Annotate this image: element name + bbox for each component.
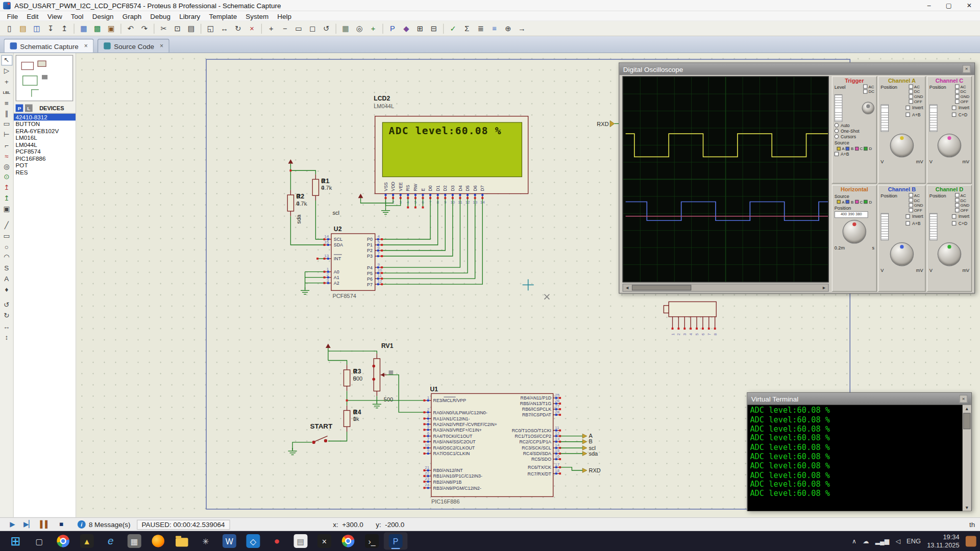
toolbar-bill-of-materials-icon[interactable]: ≣ [474, 22, 486, 34]
scroll-left-icon[interactable]: ◄ [623, 286, 631, 290]
menu-library[interactable]: Library [175, 12, 205, 20]
channel_c-position-scale[interactable] [929, 104, 938, 132]
trigger-level-knob[interactable] [862, 102, 874, 114]
taskbar-x-app[interactable]: × [312, 532, 336, 549]
taskbar-firefox[interactable] [146, 532, 170, 549]
toolbar-3d-visualizer-icon[interactable]: ▣ [105, 22, 117, 34]
tool-buses-mode[interactable]: ∥ [1, 108, 12, 119]
tool-terminals-mode[interactable]: ⊢ [1, 129, 12, 140]
channel_d-gain-knob[interactable] [938, 242, 962, 266]
channel_c-gnd-checkbox[interactable] [954, 94, 959, 99]
taskbar-notepad[interactable]: ▤ [289, 532, 313, 549]
channel_b-sum-checkbox[interactable] [906, 221, 911, 226]
terminal-titlebar[interactable]: Virtual Terminal × [747, 393, 971, 405]
toolbar-zoom-out-icon[interactable]: − [279, 22, 291, 34]
tool-subcircuit-mode[interactable]: ▭ [1, 119, 12, 130]
stop-button[interactable]: ■ [54, 520, 68, 529]
tool-2d-symbol-mode[interactable]: ♦ [1, 284, 12, 294]
channel_b-position-scale[interactable] [880, 213, 889, 240]
taskbar-terminal-app[interactable]: ›_ [360, 532, 384, 549]
trigger-one-shot-radio[interactable] [835, 129, 839, 133]
toolbar-cut-icon[interactable]: ✂ [158, 22, 170, 34]
toolbar-erc-check-icon[interactable]: ✓ [447, 22, 459, 34]
channel_d-sum-checkbox[interactable] [952, 221, 957, 226]
toolbar-packaging-icon[interactable]: ⊞ [414, 22, 426, 34]
menu-graph[interactable]: Graph [118, 12, 146, 20]
tool-mirror-vertical[interactable]: ↕ [1, 332, 12, 342]
toolbar-redo-icon[interactable]: ↷ [138, 22, 151, 34]
tab-schematic-capture[interactable]: Schematic Capture× [4, 39, 94, 53]
language-indicator[interactable]: ENG [906, 537, 921, 545]
horizontal-source-d[interactable] [864, 200, 868, 204]
step-button[interactable]: ▶▏ [21, 520, 36, 529]
tray-volume-icon[interactable]: ◁ [895, 538, 900, 544]
tool-wire-label-mode[interactable]: LBL [1, 87, 12, 97]
toolbar-block-delete-icon[interactable]: × [246, 22, 258, 34]
channel_b-invert-checkbox[interactable] [906, 214, 911, 218]
channel_d-dc-checkbox[interactable] [954, 198, 959, 203]
menu-file[interactable]: File [3, 12, 22, 20]
channel_a-sum-checkbox[interactable] [906, 112, 911, 117]
toolbar-export-project-icon[interactable]: ↥ [58, 22, 70, 34]
channel_b-off-checkbox[interactable] [909, 208, 913, 212]
toolbar-zoom-in-icon[interactable]: + [265, 22, 277, 34]
device-item[interactable]: ERA-6YEB102V [14, 128, 76, 134]
play-button[interactable]: ▶ [5, 520, 20, 529]
channel_c-dc-checkbox[interactable] [954, 89, 959, 94]
channel_a-gain-knob[interactable] [890, 134, 914, 158]
taskbar-red-app[interactable]: ● [265, 532, 289, 549]
terminal-scrollbar[interactable]: ▲ ▼ [963, 405, 971, 511]
oscilloscope-titlebar[interactable]: Digital Oscilloscope × [619, 63, 974, 75]
taskbar-settings[interactable]: ✳ [194, 532, 218, 549]
pause-button[interactable]: ▌▌ [37, 520, 52, 529]
maximize-button[interactable]: ▢ [946, 2, 952, 9]
device-item[interactable]: LM016L [14, 134, 76, 141]
tool-2d-box-mode[interactable]: ▭ [1, 231, 12, 241]
channel_a-gnd-checkbox[interactable] [909, 94, 913, 99]
tray-cloud-icon[interactable]: ☁ [863, 538, 869, 544]
channel_b-ac-checkbox[interactable] [909, 193, 913, 197]
toolbar-toggle-grid-icon[interactable]: ▦ [339, 22, 352, 34]
tool-component-mode[interactable]: ▷ [1, 66, 12, 77]
toolbar-netlist-compile-icon[interactable]: Σ [460, 22, 473, 34]
horizontal-timebase-knob[interactable] [843, 219, 867, 243]
oscilloscope-close-icon[interactable]: × [963, 65, 971, 73]
device-item[interactable]: POT [14, 162, 76, 168]
horizontal-source-b[interactable] [846, 200, 849, 204]
channel_c-invert-checkbox[interactable] [952, 106, 957, 110]
channel_b-dc-checkbox[interactable] [909, 198, 913, 203]
scroll-down-icon[interactable]: ▼ [965, 504, 969, 511]
tab-close-icon[interactable]: × [160, 42, 163, 49]
taskbar-chrome-2[interactable] [336, 532, 360, 549]
tool-text-script-mode[interactable]: ≡ [1, 97, 12, 108]
menu-system[interactable]: System [241, 12, 273, 20]
pick-parts-button[interactable]: P [16, 104, 23, 112]
menu-debug[interactable]: Debug [146, 12, 175, 20]
channel_b-gnd-checkbox[interactable] [909, 203, 913, 207]
trigger-dc-checkbox[interactable] [863, 89, 868, 94]
device-item[interactable]: PCF8574 [14, 148, 76, 155]
channel_d-position-scale[interactable] [929, 213, 938, 240]
trigger-source-d[interactable] [864, 146, 868, 150]
tool-selection-mode[interactable]: ↖ [1, 55, 12, 66]
tool-2d-circle-mode[interactable]: ○ [1, 241, 12, 252]
scroll-up-icon[interactable]: ▲ [965, 405, 969, 412]
toolbar-zoom-area-icon[interactable]: ◻ [306, 22, 318, 34]
tool-generator-mode[interactable]: ⊙ [1, 172, 12, 183]
menu-edit[interactable]: Edit [22, 12, 43, 20]
tool-tape-recorder-mode[interactable]: ◎ [1, 161, 12, 172]
tool-virtual-instruments-mode[interactable]: ▣ [1, 204, 12, 214]
menu-template[interactable]: Template [205, 12, 241, 20]
toolbar-block-copy-icon[interactable]: ◱ [204, 22, 216, 34]
toolbar-new-project-icon[interactable]: ▯ [3, 22, 15, 34]
toolbar-schematic-capture-icon[interactable]: ▦ [78, 22, 90, 34]
tool-graph-mode[interactable]: ≈ [1, 151, 12, 161]
taskbar-task-view[interactable]: ▢ [28, 532, 52, 549]
taskbar-explorer-e[interactable]: e [99, 532, 122, 549]
toolbar-new-sheet-icon[interactable]: ⊕ [502, 22, 514, 34]
schematic-overview[interactable] [16, 55, 74, 102]
channel_a-invert-checkbox[interactable] [906, 106, 911, 110]
trigger-cursors-radio[interactable] [835, 134, 839, 139]
toolbar-block-move-icon[interactable]: ↔ [218, 22, 230, 34]
trigger-ac-checkbox[interactable] [863, 84, 868, 89]
